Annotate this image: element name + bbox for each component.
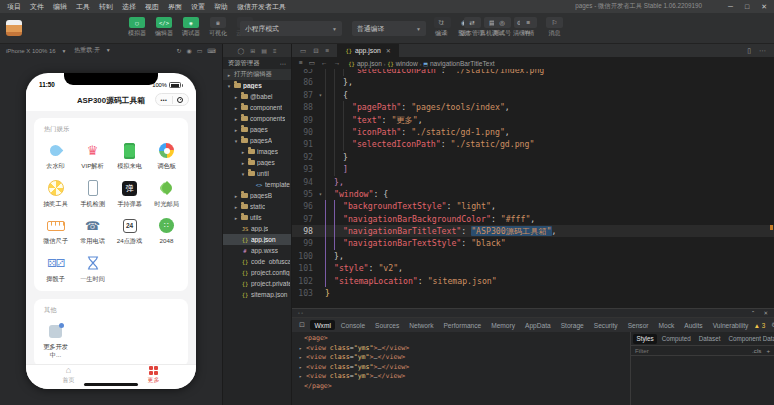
menu-item-视图[interactable]: 视图: [145, 2, 159, 12]
action-测试号[interactable]: ◎测试号: [493, 17, 511, 38]
tree-item-template.wxml[interactable]: <>template.wxml: [223, 179, 291, 190]
toggle-编辑器[interactable]: </>编辑器: [155, 17, 173, 38]
code-line-93[interactable]: 93]: [292, 163, 774, 175]
compile-mode-dropdown[interactable]: 普通编译 ▼: [352, 21, 426, 36]
tree-item-project.private.config.js...[interactable]: {}project.private.config.js...: [223, 278, 291, 289]
inspect-element-icon[interactable]: ⊡: [295, 321, 309, 329]
tree-item-pagesB[interactable]: ▸pagesB: [223, 190, 291, 201]
wxml-tree[interactable]: <page>▸<view class="yms">…</view>▸<view …: [292, 332, 630, 405]
back-arrow-icon[interactable]: ←: [321, 59, 328, 67]
menu-item-编辑[interactable]: 编辑: [53, 2, 67, 12]
grid-item-24点游戏[interactable]: 2424点游戏: [111, 216, 148, 245]
keyboard-icon[interactable]: ⌨: [207, 47, 216, 54]
device-selector[interactable]: iPhone X 100% 16 ▼: [6, 48, 66, 54]
capsule-close-button[interactable]: [177, 97, 183, 103]
tree-item-components[interactable]: ▸components: [223, 113, 291, 124]
mode-dropdown[interactable]: 小程序模式 ▼: [240, 21, 342, 36]
action-版本管理[interactable]: ⇄版本管理: [460, 17, 484, 38]
grid-item-手持弹幕[interactable]: 弹手持弹幕: [111, 179, 148, 208]
menu-item-帮助[interactable]: 帮助: [214, 2, 228, 12]
breadcrumb-segment-window[interactable]: window: [396, 60, 418, 67]
debugger-tab-Audits[interactable]: Audits: [680, 320, 707, 330]
styles-tab-Computed[interactable]: Computed: [658, 334, 694, 344]
styles-tab-Component Data[interactable]: Component Data: [725, 334, 774, 344]
code-line-94[interactable]: 94},: [292, 176, 774, 188]
tree-item-utils[interactable]: ▸utils: [223, 212, 291, 223]
debugger-tab-Memory[interactable]: Memory: [487, 320, 520, 330]
code-line-95[interactable]: 95▾"window": {: [292, 188, 774, 200]
grid-item-一生时间[interactable]: 一生时间: [74, 254, 111, 283]
close-button[interactable]: ✕: [761, 3, 767, 11]
code-line-91[interactable]: 91"selectedIconPath": "./static/gd.png": [292, 138, 774, 150]
grid-icon[interactable]: ⊟: [313, 47, 318, 55]
code-editor[interactable]: 85"selectedIconPath": "./static/index.pn…: [292, 69, 774, 308]
code-line-103[interactable]: 103}: [292, 287, 774, 299]
grid-item-更多开发中...[interactable]: 更多开发中...: [37, 322, 74, 358]
code-line-88[interactable]: 88"pagePath": "pages/tools/index",: [292, 101, 774, 113]
grid-item-常用电话[interactable]: ☎常用电话: [74, 216, 111, 245]
menu-item-转到[interactable]: 转到: [99, 2, 113, 12]
tree-item-@babel[interactable]: ▸@babel: [223, 91, 291, 102]
grid-item-手机检测[interactable]: 手机检测: [74, 179, 111, 208]
tree-item-component[interactable]: ▸component: [223, 102, 291, 113]
debugger-tab-Performance[interactable]: Performance: [439, 320, 486, 330]
bookmark-icon[interactable]: ▭: [309, 59, 315, 67]
debugger-tab-Security[interactable]: Security: [589, 320, 622, 330]
code-line-89[interactable]: 89"text": "更多",: [292, 114, 774, 126]
open-editors-section[interactable]: ▸ 打开的编辑器: [223, 69, 291, 80]
debugger-tab-Vulnerability[interactable]: Vulnerability: [708, 320, 753, 330]
tree-item-project.config.json[interactable]: {}project.config.json: [223, 267, 291, 278]
code-line-97[interactable]: 97"navigationBarBackgroundColor": "#fff"…: [292, 213, 774, 225]
collapse-panel-icon[interactable]: ⌃: [751, 310, 756, 316]
tree-item-pagesA[interactable]: ▾pagesA: [223, 135, 291, 146]
wxml-node[interactable]: ▸<view class="yms">…</view>: [297, 363, 625, 373]
device-icon[interactable]: ▭: [197, 47, 203, 54]
grid-item-抽奖工具[interactable]: 抽奖工具: [37, 179, 74, 208]
grid-item-微信尺子[interactable]: 微信尺子: [37, 216, 74, 245]
maximize-button[interactable]: □: [745, 3, 749, 11]
wxml-node[interactable]: ▸<view class="ym">…</view>: [297, 372, 625, 382]
debugger-tab-Console[interactable]: Console: [336, 320, 369, 330]
code-line-96[interactable]: 96"backgroundTextStyle": "light",: [292, 200, 774, 212]
wxml-node[interactable]: ▸<view class="ym">…</view>: [297, 353, 625, 363]
more-actions-icon[interactable]: ⋯: [759, 47, 766, 55]
menu-item-界面[interactable]: 界面: [168, 2, 182, 12]
menu-item-工具[interactable]: 工具: [76, 2, 90, 12]
tree-item-images[interactable]: ▸images: [223, 146, 291, 157]
grid-item-掷骰子[interactable]: ⚄⚂掷骰子: [37, 254, 74, 283]
menu-item-文件[interactable]: 文件: [30, 2, 44, 12]
tree-item-pages[interactable]: ▾pages: [223, 80, 291, 91]
filter-input[interactable]: Filter: [635, 347, 649, 354]
tree-item-app.wxss[interactable]: #app.wxss: [223, 245, 291, 256]
panel-icon[interactable]: ▭: [300, 47, 306, 55]
add-style-button[interactable]: +: [766, 347, 770, 354]
code-line-100[interactable]: 100},: [292, 250, 774, 262]
toggle-可视化[interactable]: ⊞可视化: [209, 17, 227, 38]
grid-item-调色板[interactable]: 调色板: [148, 141, 185, 170]
forward-arrow-icon[interactable]: →: [334, 59, 341, 67]
rotate-icon[interactable]: ↻: [176, 47, 181, 54]
tree-item-static[interactable]: ▸static: [223, 201, 291, 212]
toggle-调试器[interactable]: ◉调试器: [182, 17, 200, 38]
cls-button[interactable]: .cls: [752, 347, 761, 354]
styles-tab-Dataset[interactable]: Dataset: [695, 334, 724, 344]
debugger-tab-Sources[interactable]: Sources: [371, 320, 404, 330]
grid-item-时光邮局[interactable]: 时光邮局: [148, 179, 185, 208]
wxml-node[interactable]: </page>: [297, 382, 625, 392]
menu-icon[interactable]: ≡: [299, 59, 303, 67]
code-line-98[interactable]: 98"navigationBarTitleText": "ASP300源码工具箱…: [292, 225, 774, 237]
debugger-tab-Mock[interactable]: Mock: [654, 320, 679, 330]
grid-item-2048[interactable]: ∷2048: [148, 216, 185, 245]
code-line-92[interactable]: 92}: [292, 151, 774, 163]
tree-item-pages[interactable]: ▸pages: [223, 157, 291, 168]
code-line-102[interactable]: 102"sitemapLocation": "sitemap.json": [292, 275, 774, 287]
capsule-more-button[interactable]: •••: [161, 97, 168, 103]
extensions-icon[interactable]: ⊞: [250, 47, 255, 54]
tree-item-app.js[interactable]: JSapp.js: [223, 223, 291, 234]
menu-item-设置[interactable]: 设置: [191, 2, 205, 12]
code-line-99[interactable]: 99"navigationBarTextStyle": "black": [292, 237, 774, 249]
breadcrumb-segment-navigationBarTitleText[interactable]: navigationBarTitleText: [430, 60, 495, 67]
code-line-101[interactable]: 101"style": "v2",: [292, 262, 774, 274]
menu-item-选择[interactable]: 选择: [122, 2, 136, 12]
debugger-tab-Wxml[interactable]: Wxml: [310, 320, 335, 330]
